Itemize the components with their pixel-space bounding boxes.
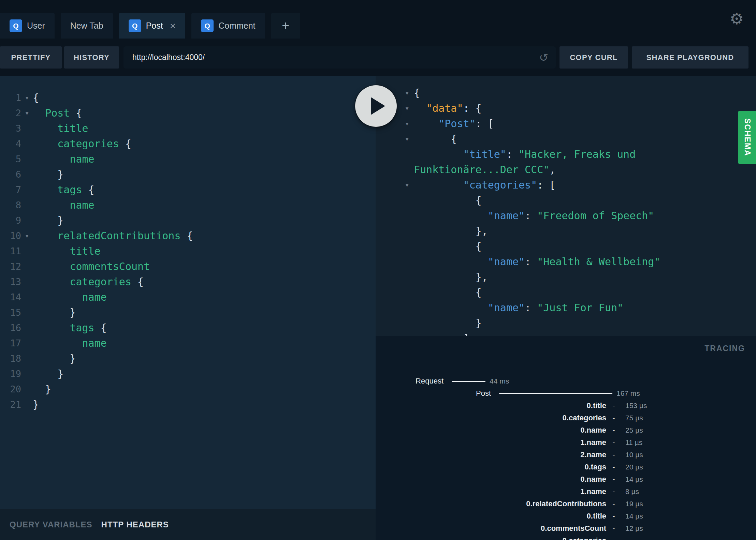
code-line: ▾ "categories": [ [376, 177, 756, 193]
trace-label: 0.name [376, 475, 606, 484]
code-line: 10▾ relatedContributions { [0, 228, 376, 243]
trace-row: 1.name-11 µs [376, 436, 756, 449]
endpoint-url-input[interactable]: http://localhost:4000/ ↺ [123, 46, 556, 69]
line-number: 17 [0, 335, 21, 351]
trace-row: 1.name-8 µs [376, 485, 756, 498]
code-line: 1▾{ [0, 90, 376, 105]
code-text: } [33, 366, 63, 381]
fold-spacer [400, 193, 414, 208]
code-text: categories { [33, 274, 144, 289]
tracing-title: TRACING [704, 344, 745, 353]
line-number: 4 [0, 136, 21, 151]
query-editor[interactable]: 1▾{2▾ Post {3 title4 categories {5 name6… [0, 76, 376, 509]
code-text: } [33, 381, 51, 397]
code-text: name [33, 151, 94, 167]
trace-row: Post167 ms [376, 387, 756, 400]
fold-spacer [21, 366, 33, 381]
code-text: ] [414, 331, 469, 336]
fold-spacer [400, 254, 414, 269]
fold-spacer [21, 397, 33, 412]
code-line: }, [376, 269, 756, 285]
fold-arrow-icon[interactable]: ▾ [400, 85, 414, 101]
new-tab-button[interactable]: + [271, 13, 300, 39]
reload-schema-icon[interactable]: ↺ [539, 51, 548, 64]
code-text: { [414, 239, 482, 254]
trace-row: 0.categories- [376, 535, 756, 540]
trace-dash: - [606, 426, 621, 435]
code-text: "name": "Just For Fun" [414, 300, 623, 315]
code-line: 9 } [0, 213, 376, 228]
share-playground-button[interactable]: SHARE PLAYGROUND [632, 46, 748, 69]
fold-spacer [21, 213, 33, 228]
fold-spacer [400, 208, 414, 223]
line-number: 14 [0, 289, 21, 305]
trace-dash: - [606, 475, 621, 484]
fold-arrow-icon[interactable]: ▾ [400, 116, 414, 131]
code-line: 4 categories { [0, 136, 376, 151]
fold-spacer [21, 197, 33, 213]
fold-arrow-icon[interactable]: ▾ [400, 131, 414, 147]
trace-duration-bar [499, 393, 612, 394]
fold-spacer [400, 331, 414, 336]
code-text: } [33, 397, 39, 412]
trace-row: 0.commentsCount-12 µs [376, 522, 756, 535]
trace-label: 0.title [376, 512, 606, 521]
http-headers-tab[interactable]: HTTP HEADERS [101, 520, 169, 529]
line-number: 18 [0, 351, 21, 366]
fold-arrow-icon[interactable]: ▾ [21, 90, 33, 105]
fold-spacer [21, 274, 33, 289]
trace-label: 0.commentsCount [376, 524, 606, 533]
trace-duration: 44 ms [490, 377, 509, 385]
code-line: Funktionäre...Der CCC", [376, 162, 756, 177]
prettify-button[interactable]: PRETTIFY [0, 46, 62, 69]
fold-spacer [400, 300, 414, 315]
fold-arrow-icon[interactable]: ▾ [400, 101, 414, 116]
tab-label: New Tab [70, 21, 103, 31]
trace-row: 0.title-14 µs [376, 510, 756, 522]
code-line: 12 commentsCount [0, 259, 376, 274]
tracing-rows: Request44 msPost167 ms0.title-153 µs0.ca… [376, 375, 756, 540]
query-variables-tab[interactable]: QUERY VARIABLES [10, 520, 92, 529]
trace-label: 1.name [376, 487, 606, 496]
trace-label: 0.tags [376, 463, 606, 471]
trace-dash: - [606, 438, 621, 447]
tab-comment[interactable]: QComment [191, 13, 265, 39]
endpoint-url-value: http://localhost:4000/ [132, 53, 205, 62]
trace-dash: - [606, 524, 621, 533]
code-text: } [33, 167, 63, 182]
fold-spacer [21, 305, 33, 320]
code-text: name [33, 335, 107, 351]
trace-dash: - [606, 536, 621, 540]
fold-spacer [21, 243, 33, 259]
line-number: 2 [0, 105, 21, 121]
code-line: 3 title [0, 121, 376, 136]
copy-curl-button[interactable]: COPY CURL [559, 46, 628, 69]
trace-duration: 12 µs [625, 524, 643, 532]
tab-user[interactable]: QUser [0, 13, 55, 39]
execute-button[interactable] [355, 85, 397, 127]
tab-label: User [27, 21, 45, 31]
fold-arrow-icon[interactable]: ▾ [21, 228, 33, 243]
line-number: 9 [0, 213, 21, 228]
trace-row: 0.tags-20 µs [376, 461, 756, 473]
fold-arrow-icon[interactable]: ▾ [400, 177, 414, 193]
line-number: 11 [0, 243, 21, 259]
tab-new-tab[interactable]: New Tab [61, 13, 113, 39]
query-badge-icon: Q [201, 19, 214, 32]
settings-gear-icon[interactable]: ⚙ [730, 10, 744, 28]
fold-arrow-icon[interactable]: ▾ [21, 105, 33, 121]
fold-spacer [400, 269, 414, 285]
trace-dash: - [606, 401, 621, 410]
schema-tab[interactable]: SCHEMA [738, 111, 756, 164]
tab-post[interactable]: QPost× [119, 13, 186, 39]
close-tab-icon[interactable]: × [170, 21, 176, 31]
query-editor-code: 1▾{2▾ Post {3 title4 categories {5 name6… [0, 76, 376, 412]
trace-duration: 167 ms [616, 389, 640, 397]
trace-duration: 10 µs [625, 451, 643, 459]
fold-spacer [400, 285, 414, 300]
history-button[interactable]: HISTORY [64, 46, 119, 69]
query-badge-icon: Q [10, 19, 22, 32]
fold-spacer [21, 351, 33, 366]
code-text: Post { [33, 105, 82, 121]
trace-dash: - [606, 463, 621, 471]
